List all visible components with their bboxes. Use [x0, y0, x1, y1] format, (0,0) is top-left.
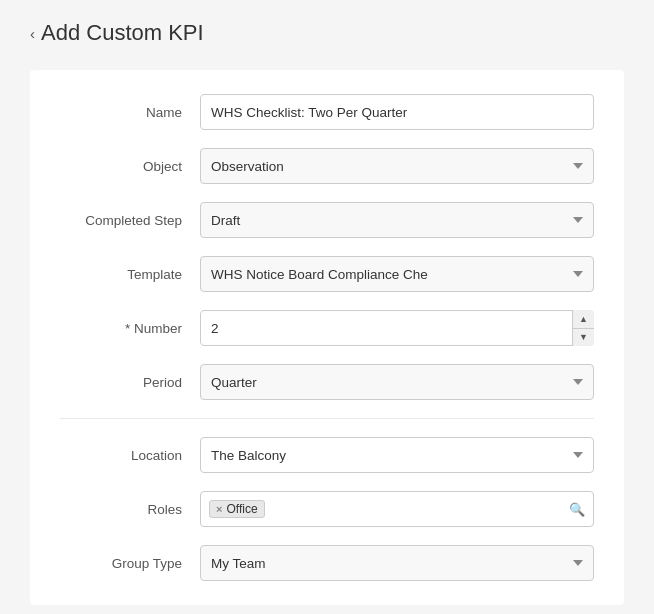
template-select[interactable]: WHS Notice Board Compliance Che	[200, 256, 594, 292]
period-row: Period Quarter	[60, 364, 594, 400]
location-select[interactable]: The Balcony	[200, 437, 594, 473]
page-container: ‹ Add Custom KPI Name Object Observation…	[0, 0, 654, 614]
back-arrow-icon[interactable]: ‹	[30, 25, 35, 42]
roles-label: Roles	[60, 502, 200, 517]
group-type-label: Group Type	[60, 556, 200, 571]
page-title: Add Custom KPI	[41, 20, 204, 46]
completed-step-row: Completed Step Draft	[60, 202, 594, 238]
location-row: Location The Balcony	[60, 437, 594, 473]
object-select[interactable]: Observation	[200, 148, 594, 184]
number-label: * Number	[60, 321, 200, 336]
spinner-buttons: ▲ ▼	[572, 310, 594, 346]
roles-tag: × Office	[209, 500, 265, 518]
object-row: Object Observation	[60, 148, 594, 184]
roles-tag-label: Office	[226, 502, 257, 516]
search-icon: 🔍	[569, 502, 585, 517]
number-row: * Number ▲ ▼	[60, 310, 594, 346]
period-select[interactable]: Quarter	[200, 364, 594, 400]
form-card: Name Object Observation Completed Step D…	[30, 70, 624, 605]
spinner-down-button[interactable]: ▼	[573, 329, 594, 347]
name-row: Name	[60, 94, 594, 130]
roles-row: Roles × Office 🔍	[60, 491, 594, 527]
completed-step-select[interactable]: Draft	[200, 202, 594, 238]
template-label: Template	[60, 267, 200, 282]
page-header: ‹ Add Custom KPI	[30, 20, 624, 46]
spinner-up-button[interactable]: ▲	[573, 310, 594, 329]
number-input[interactable]	[200, 310, 594, 346]
group-type-row: Group Type My Team	[60, 545, 594, 581]
name-label: Name	[60, 105, 200, 120]
group-type-select[interactable]: My Team	[200, 545, 594, 581]
completed-step-label: Completed Step	[60, 213, 200, 228]
object-label: Object	[60, 159, 200, 174]
location-label: Location	[60, 448, 200, 463]
name-input[interactable]	[200, 94, 594, 130]
roles-search-input[interactable]	[269, 502, 585, 517]
number-input-wrap: ▲ ▼	[200, 310, 594, 346]
roles-tag-remove[interactable]: ×	[216, 503, 222, 515]
roles-input-wrap[interactable]: × Office 🔍	[200, 491, 594, 527]
template-row: Template WHS Notice Board Compliance Che	[60, 256, 594, 292]
section-divider	[60, 418, 594, 419]
period-label: Period	[60, 375, 200, 390]
